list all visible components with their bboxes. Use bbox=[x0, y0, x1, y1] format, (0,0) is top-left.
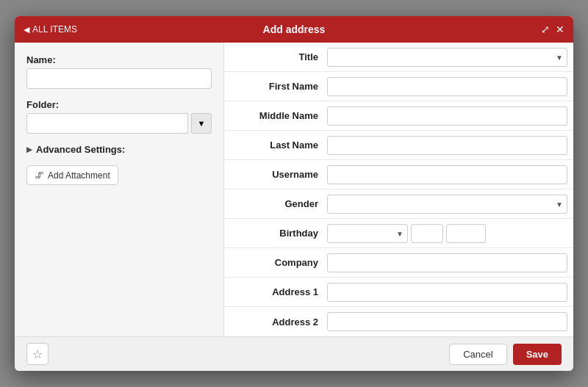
header-actions: ⤢ ✕ bbox=[541, 23, 564, 35]
birthday-row: JanuaryFebruaryMarch AprilMayJune JulyAu… bbox=[327, 224, 567, 243]
add-attachment-button[interactable]: 🖇 Add Attachment bbox=[26, 165, 118, 185]
birthday-label: Birthday bbox=[224, 228, 327, 239]
modal-header: ◀ ALL ITEMS Add address ⤢ ✕ bbox=[15, 16, 573, 43]
form-row-middle-name: Middle Name bbox=[224, 101, 573, 131]
middle-name-label: Middle Name bbox=[224, 110, 327, 121]
username-label: Username bbox=[224, 169, 327, 180]
form-row-company: Company bbox=[224, 248, 573, 278]
gender-label: Gender bbox=[224, 198, 327, 209]
form-row-title: Title Mr. Mrs. Ms. Dr. ▼ bbox=[224, 43, 573, 72]
birthday-field: JanuaryFebruaryMarch AprilMayJune JulyAu… bbox=[327, 220, 573, 247]
triangle-icon: ▶ bbox=[26, 145, 32, 153]
middle-name-field bbox=[327, 102, 573, 130]
title-field: Mr. Mrs. Ms. Dr. ▼ bbox=[327, 43, 573, 71]
back-button[interactable]: ◀ ALL ITEMS bbox=[24, 24, 77, 35]
middle-name-input[interactable] bbox=[327, 106, 567, 126]
advanced-settings-label: Advanced Settings: bbox=[36, 144, 125, 155]
folder-input[interactable] bbox=[26, 113, 188, 134]
first-name-input[interactable] bbox=[327, 77, 567, 96]
footer-buttons: Cancel Save bbox=[449, 344, 562, 365]
advanced-settings-toggle[interactable]: ▶ Advanced Settings: bbox=[26, 144, 212, 155]
star-icon: ☆ bbox=[32, 347, 43, 361]
birthday-year-input[interactable] bbox=[446, 224, 486, 243]
name-input[interactable] bbox=[26, 68, 212, 89]
address2-field bbox=[327, 308, 573, 336]
favorite-button[interactable]: ☆ bbox=[26, 343, 49, 365]
first-name-label: First Name bbox=[224, 81, 327, 92]
gender-select[interactable]: Male Female Other bbox=[327, 195, 567, 214]
add-attachment-label: Add Attachment bbox=[48, 170, 110, 181]
username-field bbox=[327, 161, 573, 189]
form-row-gender: Gender Male Female Other ▼ bbox=[224, 189, 573, 219]
folder-dropdown-icon: ▼ bbox=[198, 119, 206, 128]
modal-body: Name: Folder: ▼ ▶ Advanced Settings: 🖇 A… bbox=[15, 43, 573, 336]
modal-title: Add address bbox=[263, 23, 326, 35]
address1-input[interactable] bbox=[327, 283, 567, 302]
name-label: Name: bbox=[26, 54, 212, 65]
company-input[interactable] bbox=[327, 253, 567, 272]
username-input[interactable] bbox=[327, 165, 567, 184]
folder-dropdown-button[interactable]: ▼ bbox=[191, 113, 212, 134]
left-panel: Name: Folder: ▼ ▶ Advanced Settings: 🖇 A… bbox=[15, 43, 224, 336]
folder-field-group: Folder: ▼ bbox=[26, 99, 212, 134]
gender-select-wrap: Male Female Other ▼ bbox=[327, 195, 567, 214]
save-button[interactable]: Save bbox=[513, 344, 562, 365]
expand-icon[interactable]: ⤢ bbox=[541, 23, 550, 35]
gender-field: Male Female Other ▼ bbox=[327, 190, 573, 218]
cancel-button[interactable]: Cancel bbox=[449, 344, 506, 365]
birthday-month-wrap: JanuaryFebruaryMarch AprilMayJune JulyAu… bbox=[327, 224, 408, 243]
form-row-last-name: Last Name bbox=[224, 131, 573, 160]
right-panel: Title Mr. Mrs. Ms. Dr. ▼ Fir bbox=[224, 43, 573, 336]
title-select[interactable]: Mr. Mrs. Ms. Dr. bbox=[327, 48, 567, 67]
address1-field bbox=[327, 278, 573, 306]
form-row-username: Username bbox=[224, 160, 573, 189]
back-label: ALL ITEMS bbox=[32, 24, 77, 35]
company-field bbox=[327, 249, 573, 277]
birthday-month-select[interactable]: JanuaryFebruaryMarch AprilMayJune JulyAu… bbox=[327, 224, 408, 243]
last-name-label: Last Name bbox=[224, 140, 327, 151]
title-label: Title bbox=[224, 51, 327, 62]
last-name-input[interactable] bbox=[327, 136, 567, 155]
first-name-field bbox=[327, 73, 573, 101]
folder-label: Folder: bbox=[26, 99, 212, 110]
close-icon[interactable]: ✕ bbox=[556, 23, 564, 35]
name-field-group: Name: bbox=[26, 54, 212, 89]
modal-footer: ☆ Cancel Save bbox=[15, 336, 573, 371]
company-label: Company bbox=[224, 257, 327, 268]
form-row-birthday: Birthday JanuaryFebruaryMarch AprilMayJu… bbox=[224, 219, 573, 248]
form-row-first-name: First Name bbox=[224, 72, 573, 101]
paperclip-icon: 🖇 bbox=[35, 170, 44, 181]
address2-label: Address 2 bbox=[224, 317, 327, 328]
folder-row: ▼ bbox=[26, 113, 212, 134]
address2-input[interactable] bbox=[327, 312, 567, 331]
last-name-field bbox=[327, 131, 573, 159]
chevron-left-icon: ◀ bbox=[24, 25, 29, 35]
birthday-day-input[interactable] bbox=[411, 224, 443, 243]
title-select-wrap: Mr. Mrs. Ms. Dr. ▼ bbox=[327, 48, 567, 67]
form-row-address1: Address 1 bbox=[224, 278, 573, 307]
address1-label: Address 1 bbox=[224, 286, 327, 297]
modal: ◀ ALL ITEMS Add address ⤢ ✕ Name: Folder… bbox=[15, 16, 573, 371]
form-row-address2: Address 2 bbox=[224, 307, 573, 336]
